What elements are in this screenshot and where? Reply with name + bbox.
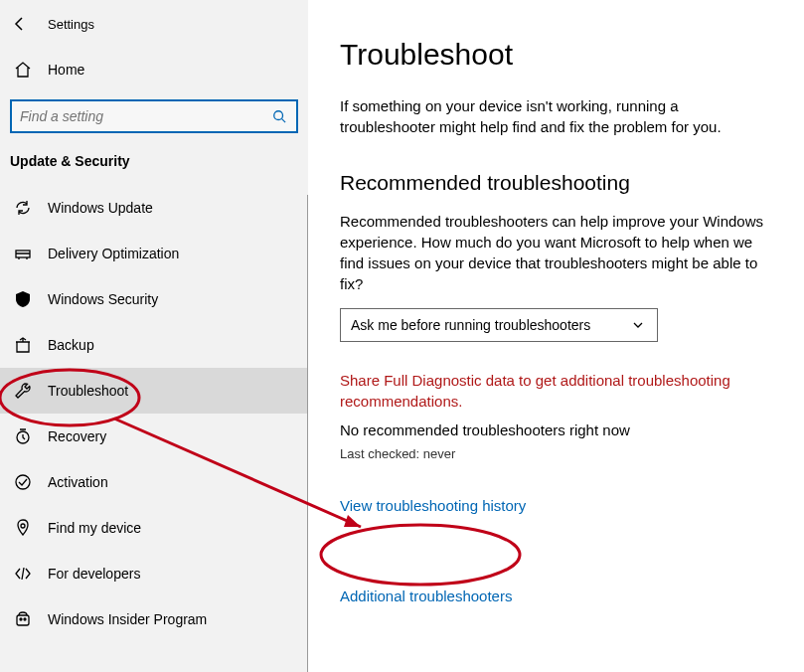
troubleshoot-preference-dropdown[interactable]: Ask me before running troubleshooters xyxy=(340,308,658,342)
dropdown-value: Ask me before running troubleshooters xyxy=(351,317,590,333)
location-icon xyxy=(14,519,32,537)
no-troubleshooters-text: No recommended troubleshooters right now xyxy=(340,421,784,438)
view-history-link[interactable]: View troubleshooting history xyxy=(340,497,526,514)
svg-rect-5 xyxy=(17,615,29,625)
sidebar-item-label: Backup xyxy=(48,337,94,353)
home-icon xyxy=(14,61,32,79)
sidebar-item-insider[interactable]: Windows Insider Program xyxy=(0,596,308,642)
title-bar: Settings xyxy=(0,4,308,44)
sidebar-item-recovery[interactable]: Recovery xyxy=(0,414,308,459)
svg-point-0 xyxy=(274,111,283,120)
page-title: Troubleshoot xyxy=(340,38,784,72)
sidebar-item-label: For developers xyxy=(48,566,140,582)
sidebar-item-troubleshoot[interactable]: Troubleshoot xyxy=(0,368,308,414)
sidebar-item-windows-update[interactable]: Windows Update xyxy=(0,185,308,231)
arrow-left-icon xyxy=(11,15,29,33)
sidebar-item-label: Windows Insider Program xyxy=(48,611,207,627)
search-icon xyxy=(270,107,288,125)
sidebar-item-home[interactable]: Home xyxy=(0,50,308,89)
wrench-icon xyxy=(14,382,32,400)
sidebar-item-label: Recovery xyxy=(48,428,106,444)
sidebar-item-label: Delivery Optimization xyxy=(48,246,179,261)
search-input-container[interactable] xyxy=(10,99,298,133)
diagnostic-warning: Share Full Diagnostic data to get additi… xyxy=(340,370,767,412)
additional-troubleshooters-link[interactable]: Additional troubleshooters xyxy=(340,588,512,604)
svg-point-7 xyxy=(24,618,26,620)
svg-point-6 xyxy=(20,618,22,620)
sidebar: Settings Home Update & Security Windows … xyxy=(0,0,308,672)
sidebar-item-label: Windows Security xyxy=(48,291,158,307)
code-icon xyxy=(14,565,32,583)
sidebar-item-for-developers[interactable]: For developers xyxy=(0,551,308,596)
chevron-down-icon xyxy=(629,316,647,334)
sync-icon xyxy=(14,199,32,217)
main-content: Troubleshoot If something on your device… xyxy=(308,0,804,672)
sidebar-item-label: Find my device xyxy=(48,520,141,536)
recovery-icon xyxy=(14,427,32,445)
section-title: Recommended troubleshooting xyxy=(340,171,784,195)
category-title: Update & Security xyxy=(0,133,308,185)
sidebar-item-windows-security[interactable]: Windows Security xyxy=(0,276,308,322)
sidebar-item-label: Home xyxy=(48,62,84,78)
sidebar-item-label: Activation xyxy=(48,474,108,490)
check-circle-icon xyxy=(14,473,32,491)
last-checked-text: Last checked: never xyxy=(340,446,784,461)
sidebar-item-delivery-optimization[interactable]: Delivery Optimization xyxy=(0,231,308,276)
insider-icon xyxy=(14,610,32,628)
intro-text: If something on your device isn't workin… xyxy=(340,95,767,137)
back-button[interactable] xyxy=(10,14,30,34)
sidebar-item-label: Troubleshoot xyxy=(48,383,128,399)
delivery-icon xyxy=(14,245,32,262)
svg-point-4 xyxy=(21,524,25,528)
sidebar-item-activation[interactable]: Activation xyxy=(0,459,308,505)
sidebar-item-backup[interactable]: Backup xyxy=(0,322,308,368)
svg-point-3 xyxy=(16,475,30,489)
shield-icon xyxy=(14,290,32,308)
recommended-text: Recommended troubleshooters can help imp… xyxy=(340,211,767,294)
sidebar-item-label: Windows Update xyxy=(48,200,153,216)
sidebar-item-find-my-device[interactable]: Find my device xyxy=(0,505,308,551)
search-input[interactable] xyxy=(20,108,270,124)
backup-icon xyxy=(14,336,32,354)
window-title: Settings xyxy=(48,17,94,32)
